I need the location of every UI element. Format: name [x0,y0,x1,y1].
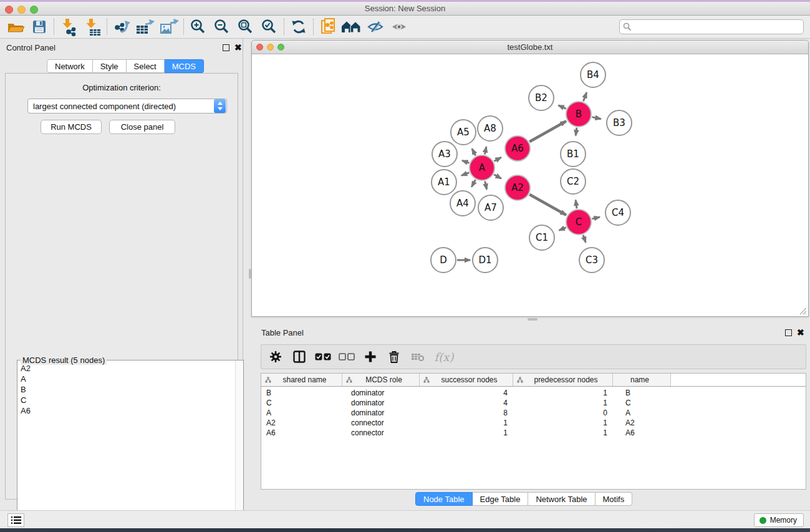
save-session-icon[interactable] [27,17,51,37]
criterion-dropdown[interactable]: largest connected component (directed) [27,99,227,114]
graph-node-C2[interactable]: C2 [561,169,586,194]
table-cell[interactable]: A [613,409,671,417]
close-panel-icon[interactable]: ✖ [234,42,242,52]
graph-node-C4[interactable]: C4 [605,200,630,225]
table-cell[interactable]: A6 [613,428,671,437]
graph-node-B4[interactable]: B4 [581,62,605,87]
zoom-in-icon[interactable] [186,17,210,37]
graph-edge-A-A2[interactable] [494,175,501,179]
column-header-name[interactable]: name [613,374,671,386]
graph-edge-C-C1[interactable] [559,228,566,231]
graph-node-C3[interactable]: C3 [579,248,604,273]
mcds-result-item[interactable]: C [18,395,235,405]
table-cell[interactable]: 1 [513,399,613,407]
graph-node-A6[interactable]: A6 [505,136,530,161]
zoom-window-button[interactable] [30,6,38,14]
graph-edge-A-A5[interactable] [472,149,476,156]
table-row[interactable]: A6connector11A6 [261,428,806,438]
graph-node-C[interactable]: C [566,210,591,235]
graph-edge-C-C4[interactable] [592,217,599,219]
export-image-icon[interactable] [157,17,181,37]
column-header-shared-name[interactable]: shared name [261,374,342,386]
deselect-all-checkboxes-icon[interactable] [335,346,359,368]
graph-node-A8[interactable]: A8 [478,116,503,141]
graph-node-B2[interactable]: B2 [529,85,554,110]
table-cell[interactable]: 4 [420,389,513,397]
network-canvas[interactable]: B4B2BB3A8A5A6A3B1AA1C2A2A4A7C4CC1C3DD1 [252,54,808,316]
column-header-successor-nodes[interactable]: successor nodes [420,374,513,386]
tab-edge-table[interactable]: Edge Table [473,492,529,506]
network-close-button[interactable] [256,44,263,51]
table-cell[interactable]: A [261,409,342,417]
mcds-result-item[interactable]: A6 [18,405,235,416]
mcds-result-scrollbar[interactable] [235,360,243,532]
graph-edge-B-B4[interactable] [584,92,587,101]
table-cell[interactable]: C [261,399,342,407]
table-close-panel-icon[interactable]: ✖ [797,327,804,337]
table-cell[interactable]: 0 [513,409,613,417]
graph-edge-B-B2[interactable] [559,105,566,109]
column-header-MCDS-role[interactable]: MCDS role [342,374,420,386]
export-table-icon[interactable] [133,17,157,37]
tab-style[interactable]: Style [93,59,127,73]
table-cell[interactable]: B [613,389,671,397]
tab-select[interactable]: Select [127,59,165,73]
graph-edge-A-A4[interactable] [471,180,475,186]
import-network-icon[interactable] [57,17,80,37]
table-cell[interactable]: A2 [261,418,342,427]
resize-grip-icon[interactable] [798,306,807,315]
table-cell[interactable]: B [261,389,342,397]
zoom-fit-icon[interactable] [234,17,258,37]
table-row[interactable]: Bdominator41B [261,388,806,398]
network-zoom-button[interactable] [277,44,284,51]
graph-node-A[interactable]: A [470,155,494,180]
graph-edge-A-A7[interactable] [485,181,487,189]
table-cell[interactable]: 4 [420,399,513,407]
zoom-selected-icon[interactable] [258,17,281,37]
graph-edge-B-B3[interactable] [592,117,601,119]
first-neighbors-icon[interactable] [340,17,364,37]
graph-node-A2[interactable]: A2 [505,175,530,200]
table-cell[interactable]: 1 [513,389,613,397]
close-panel-button[interactable]: Close panel [109,120,175,134]
horizontal-splitter-handle[interactable] [528,318,538,321]
graph-edge-C-C2[interactable] [576,200,577,208]
mcds-result-item[interactable]: B [18,384,235,395]
graph-edge-A2-C[interactable] [529,195,566,215]
zoom-out-icon[interactable] [210,17,234,37]
hide-selected-eye-slash-icon[interactable] [364,17,387,37]
new-network-from-selection-icon[interactable] [316,17,340,37]
graph-node-A3[interactable]: A3 [432,142,457,167]
task-history-button[interactable] [7,513,24,527]
graph-edge-A-A8[interactable] [485,147,486,154]
graph-node-B[interactable]: B [566,102,591,127]
table-cell[interactable]: A6 [261,428,342,437]
export-network-icon[interactable] [110,17,133,37]
table-cell[interactable]: dominator [342,389,420,397]
table-cell[interactable]: A2 [613,418,671,427]
graph-edge-A-A6[interactable] [494,157,501,161]
vertical-splitter-handle[interactable] [249,269,251,279]
graph-node-A5[interactable]: A5 [451,120,476,145]
open-file-icon[interactable] [4,17,27,37]
settings-gear-icon[interactable] [264,346,287,368]
tab-mcds[interactable]: MCDS [165,59,204,73]
tab-network-table[interactable]: Network Table [528,492,595,506]
refresh-icon[interactable] [287,17,311,37]
select-all-checkboxes-icon[interactable] [311,346,335,368]
table-cell[interactable]: 1 [420,428,513,437]
tab-node-table[interactable]: Node Table [415,492,473,506]
mcds-result-item[interactable]: A2 [18,363,235,374]
import-table-icon[interactable] [80,17,104,37]
graph-node-A7[interactable]: A7 [478,195,503,220]
table-cell[interactable]: 8 [420,409,513,417]
show-all-eye-icon[interactable] [387,17,411,37]
tab-network[interactable]: Network [47,59,93,73]
table-row[interactable]: Adominator80A [261,408,806,418]
graph-edge-A-A3[interactable] [462,160,469,163]
table-cell[interactable]: C [613,399,671,407]
table-cell[interactable]: dominator [342,399,420,407]
graph-edge-A-A1[interactable] [461,173,469,176]
column-header-predecessor-nodes[interactable]: predecessor nodes [513,374,613,386]
table-float-panel-icon[interactable] [785,329,792,336]
